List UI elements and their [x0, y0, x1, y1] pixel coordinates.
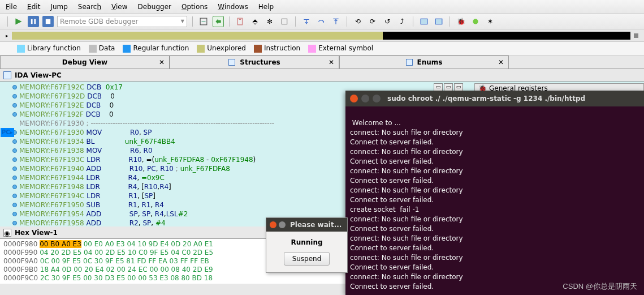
svg-rect-1	[31, 19, 33, 23]
menu-help[interactable]: Help	[258, 3, 274, 11]
bug-icon[interactable]: 🐞	[455, 16, 466, 27]
enum-icon	[406, 59, 413, 66]
tool-icon-4[interactable]: ⬘	[249, 16, 261, 27]
close-icon[interactable]: ✕	[329, 58, 334, 66]
tool-icon-9[interactable]: ⟲	[352, 16, 364, 27]
menu-debugger[interactable]: Debugger	[138, 3, 171, 11]
svg-rect-7	[282, 19, 287, 24]
legend: Library function Data Regular function U…	[0, 42, 644, 55]
menu-jump[interactable]: Jump	[50, 3, 67, 11]
legend-external: External symbol	[318, 44, 373, 52]
tool-icon-2[interactable]	[213, 16, 224, 27]
menu-windows[interactable]: Windows	[218, 3, 248, 11]
dialog-min-icon[interactable]	[279, 221, 286, 228]
watermark: CSDN @你总是阴雨天	[563, 281, 637, 292]
tab-enums[interactable]: Enums✕	[339, 55, 509, 69]
pane-close-icon[interactable]: ▭	[454, 83, 463, 91]
legend-instruction: Instruction	[264, 44, 300, 52]
tool-icon-5[interactable]: ✻	[264, 16, 275, 27]
svg-rect-2	[34, 19, 36, 23]
tab-structures[interactable]: Structures✕	[170, 55, 339, 69]
svg-rect-9	[435, 19, 442, 24]
tool-icon-12[interactable]: ⤴	[396, 16, 408, 27]
ida-view-title: IDA View-PC	[0, 69, 644, 82]
run-button[interactable]	[13, 16, 24, 27]
svg-rect-5	[237, 18, 242, 25]
dialog-titlebar[interactable]: Please wait...	[266, 218, 347, 232]
term-max-icon[interactable]	[373, 95, 381, 102]
legend-regular: Regular function	[133, 44, 189, 52]
dialog-status: Running	[273, 238, 340, 246]
tool-icon-16[interactable]: ✶	[485, 16, 496, 27]
term-close-icon[interactable]	[350, 95, 358, 102]
tool-icon-11[interactable]: ↺	[382, 16, 393, 27]
tab-debug-view[interactable]: Debug View✕	[0, 55, 170, 69]
menu-view[interactable]: View	[111, 3, 127, 11]
terminal-titlebar[interactable]: sudo chroot ./ ./qemu-arm-static -g 1234…	[345, 91, 644, 106]
svg-point-10	[473, 19, 478, 24]
tool-icon-13[interactable]	[418, 16, 430, 27]
terminal-window: sudo chroot ./ ./qemu-arm-static -g 1234…	[345, 91, 644, 295]
suspend-button[interactable]: Suspend	[284, 252, 330, 266]
stop-button[interactable]	[42, 16, 54, 27]
ida-view-icon	[3, 71, 11, 79]
menu-edit[interactable]: Edit	[27, 3, 40, 11]
tool-icon-6[interactable]	[279, 16, 290, 27]
please-wait-dialog: Please wait... Running Suspend	[266, 217, 348, 273]
toolbar: Remote GDB debugger▼ ⬘ ✻ ⟲ ⟳ ↺ ⤴ 🐞 ✶	[0, 14, 644, 29]
step-into-icon[interactable]	[301, 16, 312, 27]
hex-view-icon: ◉	[3, 229, 11, 237]
pane-min-icon[interactable]: ▭	[434, 83, 443, 91]
debugger-select[interactable]: Remote GDB debugger▼	[57, 16, 187, 27]
tool-icon-14[interactable]	[433, 16, 444, 27]
legend-data: Data	[99, 44, 115, 52]
svg-rect-8	[421, 19, 427, 24]
menu-options[interactable]: Options	[181, 3, 208, 11]
nav-strip[interactable]	[12, 32, 630, 40]
dialog-close-icon[interactable]	[270, 221, 276, 228]
pane-max-icon[interactable]: ▭	[444, 83, 453, 91]
tool-icon-1[interactable]	[198, 16, 209, 27]
struct-icon	[228, 59, 235, 66]
menu-file[interactable]: File	[6, 3, 17, 11]
tool-icon-3[interactable]	[235, 16, 246, 27]
terminal-body[interactable]: Welcome to ... connect: No such file or …	[345, 106, 644, 294]
pause-button[interactable]	[28, 16, 39, 27]
term-min-icon[interactable]	[361, 95, 369, 102]
tab-bar: Debug View✕ Structures✕ Enums✕	[0, 55, 644, 69]
step-out-icon[interactable]	[330, 16, 342, 27]
legend-unexplored: Unexplored	[207, 44, 246, 52]
tool-icon-15[interactable]	[470, 16, 481, 27]
nav-marker	[634, 33, 638, 38]
tool-icon-10[interactable]: ⟳	[367, 16, 378, 27]
nav-bar: ▸	[0, 29, 644, 42]
pane-window-buttons: ▭ ▭ ▭	[434, 83, 463, 91]
legend-library: Library function	[27, 44, 81, 52]
close-icon[interactable]: ✕	[159, 58, 165, 66]
menu-search[interactable]: Search	[78, 3, 101, 11]
svg-rect-3	[46, 19, 50, 23]
step-over-icon[interactable]	[315, 16, 327, 27]
svg-marker-0	[15, 18, 21, 24]
menu-bar: File Edit Jump Search View Debugger Opti…	[0, 0, 644, 14]
close-icon[interactable]: ✕	[498, 58, 504, 66]
nav-arrow-icon[interactable]: ▸	[6, 33, 8, 39]
